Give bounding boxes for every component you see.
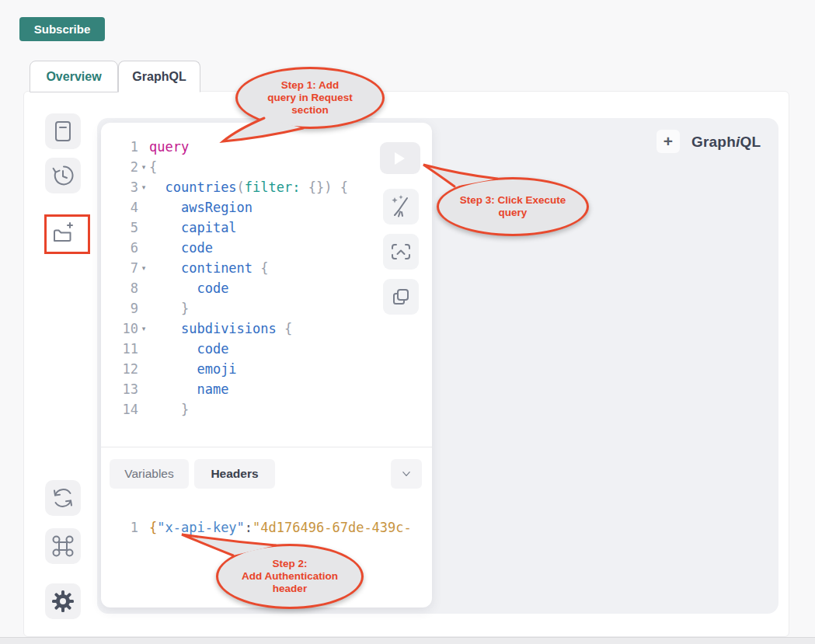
sidebar-history-button[interactable] — [45, 158, 81, 193]
code-line: 11 code — [101, 339, 432, 359]
tab-graphql[interactable]: GraphQL — [118, 61, 200, 92]
line-number: 10 — [101, 319, 138, 339]
code-text: countries(filter: {}) { — [149, 177, 348, 197]
code-line: 14 } — [101, 399, 432, 419]
line-number: 1 — [101, 517, 138, 538]
code-text: { — [149, 157, 157, 177]
fold-arrow-slot — [138, 197, 149, 218]
code-text: emoji — [149, 359, 237, 379]
code-text: } — [149, 298, 189, 319]
variables-tab[interactable]: Variables — [110, 459, 189, 489]
subscribe-button[interactable]: Subscribe — [19, 17, 105, 41]
callout-step1-tail — [210, 105, 319, 151]
code-text: code — [149, 339, 228, 359]
prettify-button[interactable] — [383, 189, 419, 225]
sidebar-settings-button[interactable] — [45, 583, 81, 619]
add-tab-button[interactable]: + — [657, 130, 680, 153]
line-number: 12 — [101, 359, 138, 379]
line-number: 8 — [101, 278, 138, 298]
code-text: code — [149, 238, 213, 258]
editor-divider — [101, 447, 432, 447]
code-line: 10▾ subdivisions { — [101, 319, 432, 339]
fold-arrow-slot — [138, 218, 149, 238]
line-number: 14 — [101, 399, 138, 419]
fold-arrow-icon[interactable]: ▾ — [138, 157, 149, 177]
collections-highlight-box — [44, 214, 90, 254]
sidebar-docs-button[interactable] — [45, 113, 81, 149]
collapse-editor-tools-button[interactable] — [391, 459, 422, 489]
chevron-down-icon — [397, 465, 416, 483]
fold-arrow-slot — [138, 298, 149, 319]
line-number: 4 — [101, 197, 138, 218]
docs-icon — [47, 116, 78, 147]
code-text: name — [149, 379, 228, 399]
copy-icon — [385, 281, 416, 312]
merge-fragments-button[interactable] — [383, 234, 419, 270]
code-line: 5 capital — [101, 218, 432, 238]
line-number: 3 — [101, 177, 138, 197]
fold-arrow-slot — [138, 339, 149, 359]
history-icon — [47, 160, 78, 191]
code-text: continent { — [149, 258, 269, 278]
fold-arrow-slot — [138, 278, 149, 298]
copy-query-button[interactable] — [383, 279, 419, 315]
play-icon — [394, 152, 406, 165]
logo-text-graph: Graph — [691, 134, 736, 151]
fold-arrow-slot — [138, 359, 149, 379]
fold-arrow-icon[interactable]: ▾ — [138, 319, 149, 339]
fold-arrow-slot — [138, 238, 149, 258]
graphiql-logo: GraphiQL — [691, 132, 769, 152]
code-text: } — [149, 399, 189, 419]
refresh-icon — [47, 482, 78, 513]
code-line: 12 emoji — [101, 359, 432, 379]
tab-overview[interactable]: Overview — [30, 61, 118, 92]
line-number: 1 — [101, 137, 138, 157]
logo-text-ql: QL — [740, 134, 761, 151]
gear-icon — [47, 586, 78, 617]
line-number: 5 — [101, 218, 138, 238]
callout-step3-tail — [416, 155, 517, 198]
fold-arrow-slot — [138, 399, 149, 419]
code-text: code — [149, 278, 228, 298]
window-bottom-strip — [0, 637, 815, 644]
line-number: 6 — [101, 238, 138, 258]
code-line: 13 name — [101, 379, 432, 399]
line-number: 13 — [101, 379, 138, 399]
code-text: awsRegion — [149, 197, 253, 218]
line-number: 9 — [101, 298, 138, 319]
line-number: 7 — [101, 258, 138, 278]
code-text: query — [149, 137, 189, 157]
fold-arrow-icon[interactable]: ▾ — [138, 177, 149, 197]
sidebar-shortcuts-button[interactable] — [45, 528, 81, 564]
execute-query-button[interactable] — [380, 142, 420, 174]
command-icon — [47, 531, 78, 562]
plus-icon: + — [663, 132, 673, 151]
line-number: 11 — [101, 339, 138, 359]
fold-arrow-slot — [138, 379, 149, 399]
sidebar-refetch-button[interactable] — [45, 480, 81, 516]
headers-tab[interactable]: Headers — [194, 459, 275, 489]
fold-arrow-slot — [138, 137, 149, 157]
code-text: capital — [149, 218, 237, 238]
code-text: subdivisions { — [149, 319, 292, 339]
query-editor[interactable]: 1query2▾{3▾ countries(filter: {}) {4 aws… — [101, 137, 432, 419]
page: Subscribe Overview GraphQL + GraphiQL — [0, 0, 815, 644]
callout-step2-tail — [171, 524, 287, 567]
fold-arrow-slot — [138, 517, 149, 538]
prettify-icon — [385, 191, 416, 222]
line-number: 2 — [101, 157, 138, 177]
fold-arrow-icon[interactable]: ▾ — [138, 258, 149, 278]
merge-icon — [385, 236, 416, 267]
